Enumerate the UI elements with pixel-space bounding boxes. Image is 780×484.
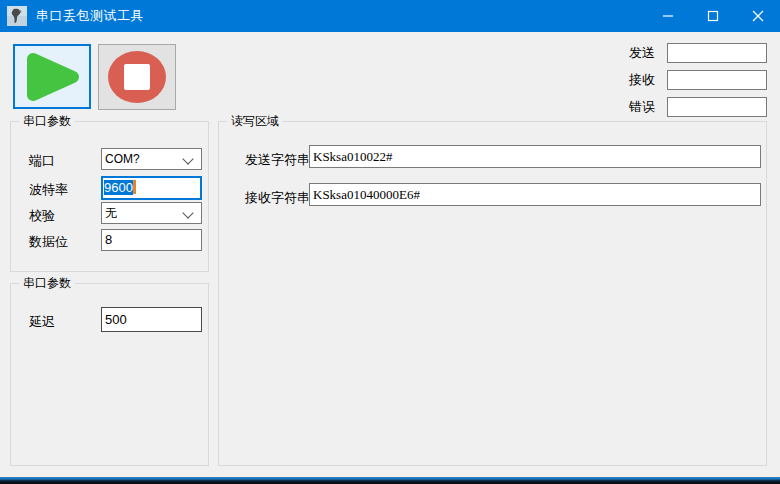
parity-label: 校验 [29,207,55,225]
receive-string-input[interactable]: KSksa01040000E6# [309,183,761,206]
baud-input[interactable]: 9600 [101,176,202,200]
text-caret [133,180,136,194]
delay-params-groupbox: 串口参数 延迟 500 [10,283,209,466]
app-window: 串口丢包测试工具 发送 接收 错误 串口参数 端 [0,0,780,484]
play-icon [21,51,83,103]
minimize-button[interactable] [645,0,690,32]
send-string-label: 发送字符串 [245,151,310,169]
maximize-button[interactable] [690,0,735,32]
port-combobox[interactable]: COM? [101,148,202,170]
databits-label: 数据位 [29,233,68,251]
title-bar: 串口丢包测试工具 [0,0,780,32]
parity-value: 无 [105,206,117,220]
rw-area-title: 读写区域 [227,114,283,129]
maximize-icon [707,10,719,22]
chevron-down-icon [182,207,193,218]
app-icon [7,6,27,26]
window-controls [645,0,780,32]
baud-value-selected: 9600 [104,180,133,195]
window-bottom-border [0,477,780,484]
error-count-field[interactable] [667,97,767,117]
close-icon [752,10,764,22]
window-title: 串口丢包测试工具 [36,7,144,25]
receive-count-field[interactable] [667,70,767,90]
serial-params-title: 串口参数 [19,114,75,129]
port-value: COM? [105,152,140,166]
send-count-field[interactable] [667,43,767,63]
receive-string-label: 接收字符串 [245,189,310,207]
start-button[interactable] [13,44,91,109]
parity-combobox[interactable]: 无 [101,202,202,224]
minimize-icon [662,10,674,22]
delay-label: 延迟 [29,313,55,331]
send-string-input[interactable]: KSksa010022# [309,145,761,168]
serial-params-groupbox: 串口参数 端口 COM? 波特率 9600 校验 无 数据位 8 [10,121,209,272]
rw-area-groupbox: 读写区域 发送字符串 KSksa010022# 接收字符串 KSksa01040… [218,121,767,466]
delay-input[interactable]: 500 [101,307,202,332]
receive-count-label: 接收 [609,70,655,90]
send-count-label: 发送 [609,43,655,63]
close-button[interactable] [735,0,780,32]
error-count-label: 错误 [609,97,655,117]
databits-input[interactable]: 8 [101,229,202,251]
delay-params-title: 串口参数 [19,276,75,291]
baud-label: 波特率 [29,181,68,199]
stop-icon [107,50,167,104]
stop-button[interactable] [98,44,176,110]
port-label: 端口 [29,152,55,170]
chevron-down-icon [182,153,193,164]
